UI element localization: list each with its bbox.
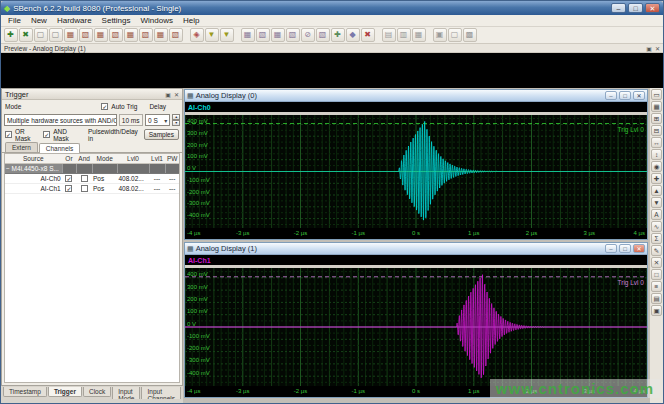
toolbar-button[interactable]: ▧ (286, 28, 300, 42)
toolbar-button[interactable]: ▥ (397, 28, 411, 42)
display-tool-button[interactable]: ✎ (651, 245, 662, 256)
auto-trig-checkbox[interactable]: ✓ (101, 103, 108, 110)
delay-select[interactable]: 0 S ▾ (145, 114, 170, 126)
bottom-tab-trigger[interactable]: Trigger (48, 387, 82, 397)
titlebar[interactable]: ◆ SBench 6.2.2 build 8080 (Professional … (1, 1, 663, 15)
preview-close-icon[interactable]: ✕ (655, 45, 660, 52)
toolbar-button[interactable]: ▦ (154, 28, 168, 42)
display-tool-button[interactable]: ✚ (651, 173, 662, 184)
toolbar-button[interactable]: ▧ (79, 28, 93, 42)
tab-extern[interactable]: Extern (5, 142, 38, 152)
display-window-icon: ▦ (187, 245, 194, 253)
bottom-tab-clock[interactable]: Clock (83, 387, 111, 397)
table-cell: --- (165, 175, 179, 182)
display-tool-button[interactable]: ▲ (651, 185, 662, 196)
display-tool-button[interactable]: ≡ (651, 281, 662, 292)
toolbar-button[interactable]: ✖ (19, 28, 33, 42)
or-checkbox[interactable]: ✓ (65, 185, 72, 192)
toolbar-button[interactable]: ◆ (346, 28, 360, 42)
toolbar-button[interactable]: ▤ (382, 28, 396, 42)
waveform-plot-ch0[interactable]: 400 mV300 mV200 mV100 mV0 V-100 mV-200 m… (185, 115, 647, 228)
close-button[interactable]: ✕ (633, 91, 645, 100)
trigger-float-icon[interactable]: ▣ (165, 91, 171, 98)
preview-float-icon[interactable]: ▣ (646, 45, 652, 52)
close-button[interactable]: ✕ (633, 244, 645, 253)
toolbar-button[interactable]: ⊘ (301, 28, 315, 42)
toolbar-button[interactable]: ▼ (205, 28, 219, 42)
trigger-close-icon[interactable]: ✕ (174, 91, 179, 98)
toolbar-button[interactable]: ✖ (361, 28, 375, 42)
maximize-button[interactable]: □ (628, 3, 643, 13)
toolbar-button[interactable]: ▦ (94, 28, 108, 42)
or-checkbox[interactable]: ✓ (65, 175, 72, 182)
delay-stepper[interactable]: ▴▾ (172, 114, 180, 126)
svg-text:-100 mV: -100 mV (187, 177, 210, 183)
toolbar-button[interactable]: ▧ (109, 28, 123, 42)
toolbar-button[interactable]: ▦ (124, 28, 138, 42)
and-checkbox[interactable] (81, 175, 88, 182)
toolbar-button[interactable]: ▧ (256, 28, 270, 42)
menu-item-windows[interactable]: Windows (137, 16, 177, 25)
toolbar-button[interactable]: ▩ (463, 28, 477, 42)
display-tool-button[interactable]: ∿ (651, 221, 662, 232)
menu-item-new[interactable]: New (27, 16, 51, 25)
toolbar-button[interactable]: ▦ (241, 28, 255, 42)
display-tool-button[interactable]: A (651, 209, 662, 220)
or-mask-checkbox[interactable]: ✓ (5, 131, 12, 138)
display-tool-button[interactable]: ⊞ (651, 113, 662, 124)
display-tool-button[interactable]: ▼ (651, 197, 662, 208)
waveform-plot-ch1[interactable]: 400 mV300 mV200 mV100 mV0 V-100 mV-200 m… (185, 268, 647, 386)
maximize-button[interactable]: □ (619, 244, 631, 253)
menu-item-settings[interactable]: Settings (98, 16, 135, 25)
minimize-button[interactable]: – (611, 3, 626, 13)
display-tool-button[interactable]: ↔ (651, 137, 662, 148)
toolbar-button[interactable]: ✚ (4, 28, 18, 42)
display-tool-button[interactable]: ⊟ (651, 125, 662, 136)
close-button[interactable]: ✕ (645, 3, 660, 13)
preview-panel-header[interactable]: Preview - Analog Display (1) ▣ ✕ (1, 44, 663, 53)
trigger-panel-header[interactable]: Trigger ▣ ✕ (2, 89, 182, 100)
and-checkbox[interactable] (81, 185, 88, 192)
tab-channels[interactable]: Channels (39, 143, 80, 153)
toolbar-button[interactable]: ✚ (331, 28, 345, 42)
table-row[interactable]: AI-Ch0✓Pos408.02...------ (5, 174, 179, 184)
display-tool-button[interactable]: Σ (651, 233, 662, 244)
table-group-row[interactable]: − M4i.4450-x8 S... (5, 164, 179, 174)
menu-item-help[interactable]: Help (179, 16, 203, 25)
table-row[interactable]: AI-Ch1✓Pos408.02...------ (5, 184, 179, 194)
analog-display-1-titlebar[interactable]: ▦ Analog Display (1) – □ ✕ (185, 243, 647, 255)
display-tool-button[interactable]: ▤ (651, 293, 662, 304)
menu-item-hardware[interactable]: Hardware (53, 16, 96, 25)
toolbar-button[interactable]: ▦ (64, 28, 78, 42)
toolbar-button[interactable]: ▧ (169, 28, 183, 42)
trigger-timeout-field[interactable]: 10 ms (119, 114, 143, 126)
toolbar-button[interactable]: ▢ (448, 28, 462, 42)
toolbar-button[interactable]: ▼ (220, 28, 234, 42)
display-tool-button[interactable]: ▣ (651, 305, 662, 316)
toolbar-button[interactable]: ▧ (139, 28, 153, 42)
toolbar-button[interactable]: ▢ (49, 28, 63, 42)
display-tool-button[interactable]: ▭ (651, 89, 662, 100)
maximize-button[interactable]: □ (619, 91, 631, 100)
display-tool-button[interactable]: ✕ (651, 257, 662, 268)
toolbar-button[interactable]: ▦ (271, 28, 285, 42)
toolbar-button[interactable]: ▧ (316, 28, 330, 42)
minimize-button[interactable]: – (605, 91, 617, 100)
toolbar-button[interactable]: ◈ (190, 28, 204, 42)
menu-item-file[interactable]: File (4, 16, 25, 25)
trigger-mode-select[interactable]: Multiple hardware sources with AND/OR ▾ (4, 114, 117, 126)
toolbar-button[interactable]: ▦ (412, 28, 426, 42)
preview-display-area[interactable] (1, 53, 663, 88)
display-tool-button[interactable]: ▦ (651, 101, 662, 112)
toolbar-button[interactable]: ▢ (34, 28, 48, 42)
samples-button[interactable]: Samples (144, 129, 179, 140)
display-tool-button[interactable]: ↕ (651, 149, 662, 160)
bottom-tab-timestamp[interactable]: Timestamp (3, 387, 47, 397)
x-tick-label: 3 µs (584, 230, 595, 236)
analog-display-0-titlebar[interactable]: ▦ Analog Display (0) – □ ✕ (185, 90, 647, 102)
display-tool-button[interactable]: □ (651, 269, 662, 280)
toolbar-button[interactable]: ▣ (433, 28, 447, 42)
display-tool-button[interactable]: ◉ (651, 161, 662, 172)
and-mask-checkbox[interactable]: ✓ (43, 131, 50, 138)
minimize-button[interactable]: – (605, 244, 617, 253)
